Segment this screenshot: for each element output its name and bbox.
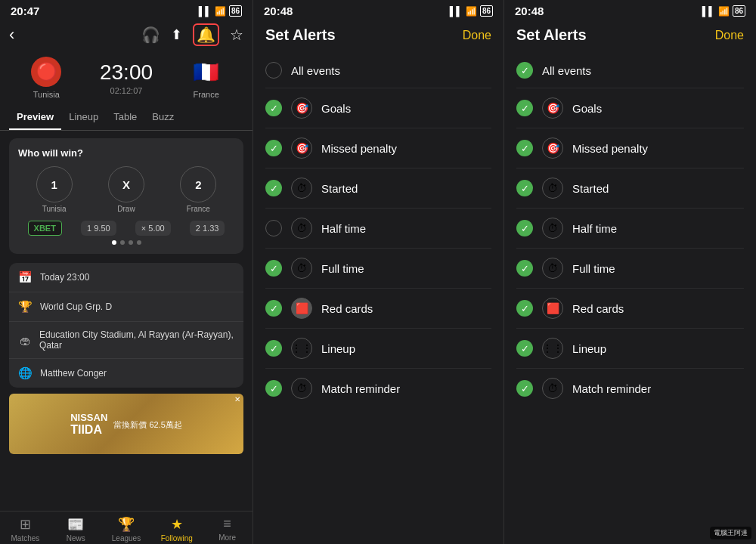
alert-label-missed-penalty: Missed penalty: [321, 142, 491, 155]
match-time-block: 23:00 02:12:07: [100, 60, 153, 95]
star-icon[interactable]: ☆: [230, 26, 243, 44]
alert-row-missed-penalty[interactable]: ✓ 🎯 Missed penalty: [265, 128, 491, 168]
alert-label-redcards: Red cards: [321, 302, 491, 315]
option-btn-1[interactable]: 1: [36, 166, 73, 202]
nav-news[interactable]: 📰 News: [51, 516, 101, 542]
alert-row-started[interactable]: ✓ ⏱ Started: [265, 168, 491, 209]
ad-content: NISSAN TIIDA 當換新價 62.5萬起: [9, 394, 243, 454]
started-icon: ⏱: [291, 178, 312, 199]
tab-buzz[interactable]: Buzz: [144, 105, 181, 130]
dot-1: [112, 240, 116, 245]
redcards-icon: 🟥: [291, 298, 312, 319]
alert-row-missed-penalty-r[interactable]: ✓ 🎯 Missed penalty: [516, 128, 744, 168]
tab-lineup[interactable]: Lineup: [61, 105, 106, 130]
alert-row-goals-r[interactable]: ✓ 🎯 Goals: [516, 88, 744, 128]
watermark: 電腦王阿達: [710, 527, 751, 539]
alert-label-fulltime-r: Full time: [572, 262, 744, 275]
alert-row-all-events[interactable]: All events: [265, 53, 491, 88]
check-goals[interactable]: ✓: [265, 100, 282, 116]
check-lineup[interactable]: ✓: [265, 340, 282, 357]
nav-following[interactable]: ★ Following: [151, 516, 202, 542]
alert-row-lineup[interactable]: ✓ ⋮⋮ Lineup: [265, 329, 491, 369]
odds-2[interactable]: 2 1.33: [190, 221, 225, 236]
alert-row-redcards-r[interactable]: ✓ 🟥 Red cards: [516, 289, 744, 329]
check-all-events-r[interactable]: ✓: [516, 62, 533, 79]
left-panel: 20:47 ▌▌ 📶 86 ‹ 🎧 ⬆ 🔔 ☆ 🔴 Tunisia 23:00 …: [0, 0, 253, 544]
check-halftime[interactable]: [265, 220, 282, 236]
tab-table[interactable]: Table: [106, 105, 144, 130]
started-icon-r: ⏱: [542, 178, 563, 199]
halftime-icon: ⏱: [291, 218, 312, 239]
check-match-reminder-r[interactable]: ✓: [516, 380, 533, 397]
check-match-reminder[interactable]: ✓: [265, 380, 282, 397]
dot-4: [137, 240, 141, 245]
alert-row-fulltime[interactable]: ✓ ⏱ Full time: [265, 249, 491, 289]
odds-x[interactable]: × 5.00: [135, 221, 171, 236]
info-referee: Matthew Conger: [40, 368, 107, 379]
check-redcards-r[interactable]: ✓: [516, 300, 533, 317]
check-fulltime[interactable]: ✓: [265, 260, 282, 277]
time-middle: 20:48: [264, 5, 293, 17]
wifi-icon: 📶: [215, 6, 226, 17]
nav-leagues[interactable]: 🏆 Leagues: [101, 516, 152, 542]
fulltime-icon: ⏱: [291, 258, 312, 279]
status-bar-left: 20:47 ▌▌ 📶 86: [0, 0, 253, 20]
share-icon[interactable]: ⬆: [171, 26, 182, 43]
content-scroll[interactable]: Who will win? 1 Tunisia X Draw 2 France …: [0, 131, 253, 511]
alert-label-goals: Goals: [321, 102, 491, 115]
check-all-events[interactable]: [265, 62, 282, 79]
option-2[interactable]: 2 France: [180, 166, 216, 213]
check-halftime-r[interactable]: ✓: [516, 220, 533, 236]
check-goals-r[interactable]: ✓: [516, 100, 533, 116]
news-icon: 📰: [67, 516, 84, 533]
check-started[interactable]: ✓: [265, 180, 282, 196]
nav-more[interactable]: ≡ More: [202, 516, 253, 542]
goals-icon-r: 🎯: [542, 97, 563, 119]
check-missed-penalty-r[interactable]: ✓: [516, 140, 533, 156]
headphone-icon[interactable]: 🎧: [141, 26, 160, 44]
back-button[interactable]: ‹: [9, 25, 14, 45]
nav-following-label: Following: [161, 534, 193, 542]
bell-icon-wrapper[interactable]: 🔔: [193, 23, 219, 46]
top-bar-icons: 🎧 ⬆ 🔔 ☆: [141, 23, 243, 46]
alert-row-halftime-r[interactable]: ✓ ⏱ Half time: [516, 209, 744, 249]
right-panel: 20:48 ▌▌ 📶 86 Set Alerts Done ✓ All even…: [504, 0, 756, 544]
check-missed-penalty[interactable]: ✓: [265, 140, 282, 156]
battery-right: 86: [733, 5, 745, 17]
stadium-icon: 🏟: [18, 334, 32, 347]
option-1[interactable]: 1 Tunisia: [36, 166, 73, 213]
alert-row-redcards[interactable]: ✓ 🟥 Red cards: [265, 289, 491, 329]
alert-label-lineup: Lineup: [321, 342, 491, 355]
alerts-done-right[interactable]: Done: [715, 29, 744, 42]
alert-row-match-reminder[interactable]: ✓ ⏱ Match reminder: [265, 369, 491, 408]
option-btn-x[interactable]: X: [108, 166, 144, 202]
middle-panel: 20:48 ▌▌ 📶 86 Set Alerts Done All events…: [253, 0, 504, 544]
status-icons-middle: ▌▌ 📶 86: [450, 5, 493, 17]
lineup-icon-r: ⋮⋮: [542, 338, 563, 359]
check-redcards[interactable]: ✓: [265, 300, 282, 317]
alert-row-all-events-r[interactable]: ✓ All events: [516, 53, 744, 88]
nav-leagues-label: Leagues: [112, 534, 141, 542]
status-bar-right: 20:48 ▌▌ 📶 86: [504, 0, 756, 20]
alerts-done-middle[interactable]: Done: [463, 29, 491, 42]
referee-icon: 🌐: [18, 366, 33, 380]
check-fulltime-r[interactable]: ✓: [516, 260, 533, 277]
alert-row-started-r[interactable]: ✓ ⏱ Started: [516, 168, 744, 209]
alert-row-goals[interactable]: ✓ 🎯 Goals: [265, 88, 491, 128]
ad-close-button[interactable]: ✕: [234, 395, 240, 403]
check-lineup-r[interactable]: ✓: [516, 340, 533, 357]
nav-matches[interactable]: ⊞ Matches: [0, 516, 51, 542]
alert-row-match-reminder-r[interactable]: ✓ ⏱ Match reminder: [516, 369, 744, 408]
redcards-icon-r: 🟥: [542, 298, 563, 319]
odds-1[interactable]: 1 9.50: [81, 221, 116, 236]
who-wins-title: Who will win?: [18, 147, 234, 159]
check-started-r[interactable]: ✓: [516, 180, 533, 196]
alert-row-halftime[interactable]: ⏱ Half time: [265, 209, 491, 249]
alert-row-lineup-r[interactable]: ✓ ⋮⋮ Lineup: [516, 329, 744, 369]
option-draw[interactable]: X Draw: [108, 166, 144, 213]
alert-label-started-r: Started: [572, 182, 744, 195]
tab-preview[interactable]: Preview: [9, 105, 61, 130]
alert-row-fulltime-r[interactable]: ✓ ⏱ Full time: [516, 249, 744, 289]
option-btn-2[interactable]: 2: [180, 166, 216, 202]
fulltime-icon-r: ⏱: [542, 258, 563, 279]
